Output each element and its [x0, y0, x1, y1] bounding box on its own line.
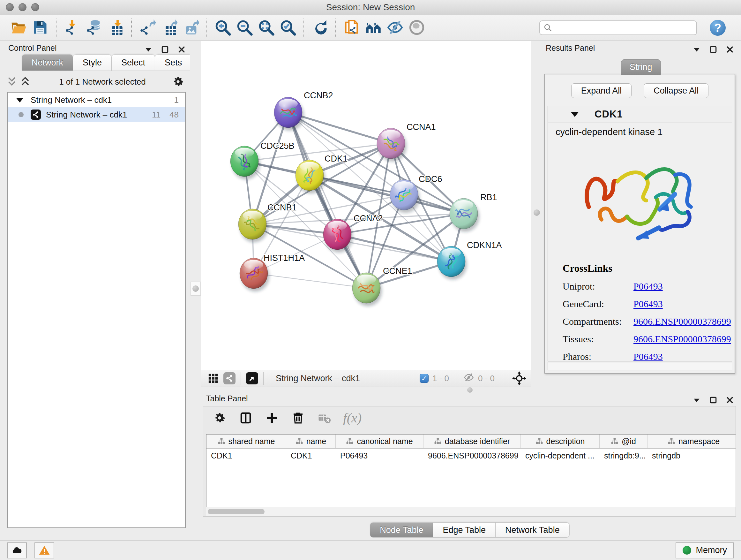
collapse-gene-icon[interactable]: [571, 112, 579, 117]
save-session-button[interactable]: [30, 18, 50, 38]
tab-string[interactable]: String: [621, 59, 661, 75]
node-CCNA1[interactable]: CCNA1: [377, 122, 436, 162]
warnings-button[interactable]: [35, 543, 54, 558]
tab-edge-table[interactable]: Edge Table: [433, 522, 495, 538]
import-table-from-file-button[interactable]: [106, 18, 125, 38]
collapse-collection-icon[interactable]: [16, 98, 23, 103]
float-panel-icon[interactable]: [709, 45, 718, 54]
left-splitter[interactable]: [190, 41, 201, 393]
column-header-name[interactable]: name: [286, 435, 336, 448]
column-header-shared-name[interactable]: shared name: [206, 435, 286, 448]
table-cell[interactable]: stringdb: [648, 449, 736, 462]
open-session-button[interactable]: [9, 18, 28, 38]
search-input[interactable]: [553, 21, 693, 34]
zoom-fit-button[interactable]: [257, 18, 276, 38]
tab-network[interactable]: Network: [22, 54, 73, 71]
scrollbar-thumb[interactable]: [208, 509, 265, 514]
column-header-database-identifier[interactable]: database identifier: [423, 435, 521, 448]
crosslink-link[interactable]: P06493: [633, 281, 663, 292]
tab-sets[interactable]: Sets: [155, 54, 192, 71]
right-splitter[interactable]: [531, 41, 542, 393]
node-CCNE1[interactable]: CCNE1: [352, 266, 412, 306]
zoom-selected-button[interactable]: [278, 18, 297, 38]
delete-column-trash-icon[interactable]: [291, 411, 306, 425]
collapse-panel-icon[interactable]: [692, 395, 701, 405]
grid-view-icon[interactable]: [207, 372, 219, 385]
node-RB1[interactable]: RB1: [450, 192, 497, 232]
cloud-services-button[interactable]: [7, 543, 27, 558]
table-cell[interactable]: cyclin-dependent ...: [521, 449, 600, 462]
close-panel-icon[interactable]: [725, 45, 735, 54]
first-neighbors-button[interactable]: [364, 18, 383, 38]
memory-button[interactable]: Memory: [676, 543, 734, 558]
table-row[interactable]: CDK1CDK1P064939606.ENSP00000378699cyclin…: [206, 449, 736, 462]
tab-select[interactable]: Select: [112, 54, 155, 71]
edge-CCNE1-HIST1H1A[interactable]: [254, 273, 366, 288]
show-graphics-button[interactable]: [407, 18, 426, 38]
collapse-all-button[interactable]: Collapse All: [644, 83, 709, 98]
network-row[interactable]: String Network – cdk1 11 48: [8, 107, 185, 122]
import-network-from-database-button[interactable]: [84, 18, 104, 38]
export-image-button[interactable]: [181, 18, 200, 38]
network-options-gear-icon[interactable]: [172, 75, 185, 88]
table-settings-gear-icon[interactable]: [212, 411, 227, 425]
table-cell[interactable]: CDK1: [286, 449, 336, 462]
network-from-selection-button[interactable]: [342, 18, 361, 38]
collapse-panel-icon[interactable]: [692, 45, 701, 54]
crosslink-link[interactable]: P06493: [633, 299, 663, 309]
search-box[interactable]: [539, 20, 697, 35]
expand-all-button[interactable]: Expand All: [571, 83, 632, 98]
network-canvas[interactable]: CCNB2 CCNA1 CDC25B CDK1: [201, 41, 531, 370]
network-collection-row[interactable]: String Network – cdk1 1: [8, 92, 185, 107]
expand-all-networks-icon[interactable]: [20, 76, 30, 87]
column-header--id[interactable]: @id: [600, 435, 648, 448]
float-panel-icon[interactable]: [160, 45, 170, 54]
float-panel-icon[interactable]: [709, 395, 718, 405]
table-cell[interactable]: stringdb:9...: [600, 449, 648, 462]
help-button[interactable]: ?: [710, 20, 726, 36]
show-columns-icon[interactable]: [239, 411, 253, 425]
crosslink-link[interactable]: P06493: [633, 351, 663, 361]
close-panel-icon[interactable]: [177, 45, 186, 54]
column-header-namespace[interactable]: namespace: [648, 435, 736, 448]
close-panel-icon[interactable]: [725, 395, 735, 405]
table-cell[interactable]: P06493: [336, 449, 423, 462]
column-header-canonical-name[interactable]: canonical name: [336, 435, 423, 448]
hide-graphics-details-button[interactable]: [386, 18, 405, 38]
add-column-icon[interactable]: [265, 411, 279, 425]
node-table[interactable]: shared namenamecanonical namedatabase id…: [206, 434, 736, 507]
column-header-description[interactable]: description: [521, 435, 600, 448]
apply-layout-button[interactable]: [310, 18, 329, 38]
gene-result-row[interactable]: CDK1: [548, 106, 732, 123]
export-table-button[interactable]: [159, 18, 179, 38]
table-horizontal-scrollbar[interactable]: [206, 507, 736, 516]
network-selection-status: 1 of 1 Network selected: [33, 77, 172, 87]
selected-checkbox-icon[interactable]: ✓: [420, 374, 428, 383]
splitter-handle[interactable]: [467, 387, 473, 393]
tab-style[interactable]: Style: [73, 54, 112, 71]
tab-node-table[interactable]: Node Table: [370, 522, 433, 538]
collapse-panel-icon[interactable]: [144, 45, 153, 54]
table-cell[interactable]: 9606.ENSP00000378699: [423, 449, 521, 462]
node-CDKN1A[interactable]: CDKN1A: [437, 240, 502, 280]
crosslink-link[interactable]: 9606.ENSP00000378699: [633, 316, 731, 327]
zoom-in-button[interactable]: [213, 18, 232, 38]
node-CDC25B[interactable]: CDC25B: [230, 141, 294, 179]
edge-CCNA2-CDKN1A[interactable]: [337, 234, 451, 261]
node-HIST1H1A[interactable]: HIST1H1A: [240, 253, 305, 292]
table-cell[interactable]: CDK1: [206, 449, 286, 462]
detach-view-icon[interactable]: [246, 372, 258, 384]
collapse-all-networks-icon[interactable]: [6, 76, 17, 87]
zoom-out-button[interactable]: [235, 18, 254, 38]
network-share-icon[interactable]: [223, 372, 235, 384]
splitter-handle[interactable]: [534, 209, 540, 216]
node-CCNB2[interactable]: CCNB2: [274, 91, 333, 131]
export-network-button[interactable]: [138, 18, 157, 38]
results-horizontal-scrollbar[interactable]: [548, 362, 732, 370]
tab-network-table[interactable]: Network Table: [495, 522, 569, 538]
crosslink-link[interactable]: 9606.ENSP00000378699: [633, 334, 731, 345]
import-network-from-file-button[interactable]: [63, 18, 82, 38]
birds-eye-view-icon[interactable]: [512, 371, 526, 385]
splitter-handle[interactable]: [192, 286, 199, 292]
horizontal-splitter[interactable]: [201, 387, 531, 393]
